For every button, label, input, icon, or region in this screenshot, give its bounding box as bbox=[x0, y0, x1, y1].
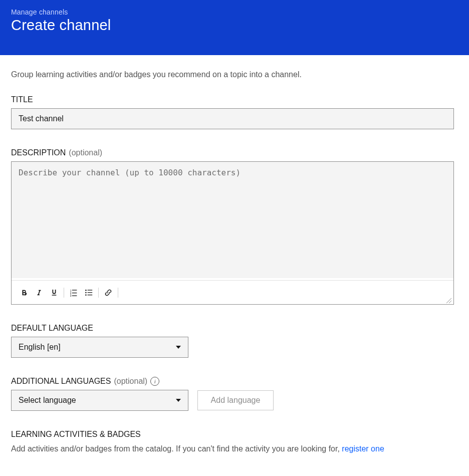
default-language-section: DEFAULT LANGUAGE English [en] bbox=[11, 324, 458, 358]
svg-text:3: 3 bbox=[70, 295, 72, 297]
link-icon bbox=[104, 289, 112, 297]
svg-point-7 bbox=[85, 289, 87, 291]
bold-icon bbox=[21, 289, 28, 296]
svg-rect-2 bbox=[72, 290, 77, 290]
svg-rect-0 bbox=[52, 295, 57, 295]
additional-language-select[interactable]: Select language bbox=[11, 390, 188, 411]
link-button[interactable] bbox=[101, 285, 116, 300]
ordered-list-icon: 123 bbox=[70, 289, 78, 297]
title-section: TITLE bbox=[11, 95, 458, 129]
additional-languages-section: ADDITIONAL LANGUAGES (optional) i Select… bbox=[11, 377, 458, 411]
additional-languages-label-text: ADDITIONAL LANGUAGES bbox=[11, 377, 111, 386]
bold-button[interactable] bbox=[17, 285, 32, 300]
info-icon[interactable]: i bbox=[150, 377, 159, 386]
unordered-list-button[interactable] bbox=[81, 285, 96, 300]
activities-label: LEARNING ACTIVITIES & BADGES bbox=[11, 430, 458, 439]
svg-rect-4 bbox=[72, 293, 77, 293]
svg-rect-6 bbox=[72, 295, 77, 296]
description-editor: 123 bbox=[11, 161, 454, 305]
description-section: DESCRIPTION (optional) 123 bbox=[11, 148, 458, 305]
resize-handle-icon[interactable] bbox=[445, 297, 451, 303]
additional-languages-label: ADDITIONAL LANGUAGES (optional) i bbox=[11, 377, 458, 386]
title-label: TITLE bbox=[11, 95, 458, 104]
ordered-list-button[interactable]: 123 bbox=[66, 285, 81, 300]
page-header: Manage channels Create channel bbox=[0, 0, 469, 55]
additional-language-value: Select language bbox=[19, 396, 76, 405]
description-label: DESCRIPTION (optional) bbox=[11, 148, 458, 157]
svg-rect-12 bbox=[88, 295, 93, 295]
svg-point-9 bbox=[85, 292, 87, 293]
page-title: Create channel bbox=[11, 17, 458, 34]
svg-text:1: 1 bbox=[70, 289, 72, 292]
intro-text: Group learning activities and/or badges … bbox=[11, 70, 458, 79]
italic-button[interactable] bbox=[32, 285, 47, 300]
svg-rect-10 bbox=[88, 292, 93, 293]
chevron-down-icon bbox=[176, 399, 181, 402]
activities-section: LEARNING ACTIVITIES & BADGES Add activit… bbox=[11, 430, 458, 455]
description-textarea[interactable] bbox=[12, 162, 453, 278]
activities-help-text: Add activities and/or badges from the ca… bbox=[11, 443, 458, 455]
svg-text:2: 2 bbox=[70, 292, 72, 295]
svg-point-11 bbox=[85, 294, 87, 296]
svg-rect-8 bbox=[88, 290, 93, 290]
title-input[interactable] bbox=[11, 108, 454, 129]
toolbar-divider bbox=[98, 288, 99, 298]
activities-text-prefix: Add activities and/or badges from the ca… bbox=[11, 444, 342, 453]
default-language-select[interactable]: English [en] bbox=[11, 337, 188, 358]
italic-icon bbox=[36, 289, 43, 296]
unordered-list-icon bbox=[85, 289, 93, 297]
toolbar-divider bbox=[118, 288, 118, 298]
register-one-link[interactable]: register one bbox=[342, 444, 384, 453]
underline-button[interactable] bbox=[47, 285, 62, 300]
description-label-text: DESCRIPTION bbox=[11, 148, 66, 157]
description-optional: (optional) bbox=[69, 148, 102, 157]
additional-languages-optional: (optional) bbox=[114, 377, 147, 386]
breadcrumb[interactable]: Manage channels bbox=[11, 8, 458, 16]
editor-toolbar: 123 bbox=[12, 280, 453, 304]
chevron-down-icon bbox=[176, 346, 181, 349]
default-language-value: English [en] bbox=[19, 343, 61, 352]
add-language-button[interactable]: Add language bbox=[197, 390, 274, 410]
default-language-label: DEFAULT LANGUAGE bbox=[11, 324, 458, 333]
toolbar-divider bbox=[64, 288, 64, 298]
underline-icon bbox=[51, 289, 58, 297]
